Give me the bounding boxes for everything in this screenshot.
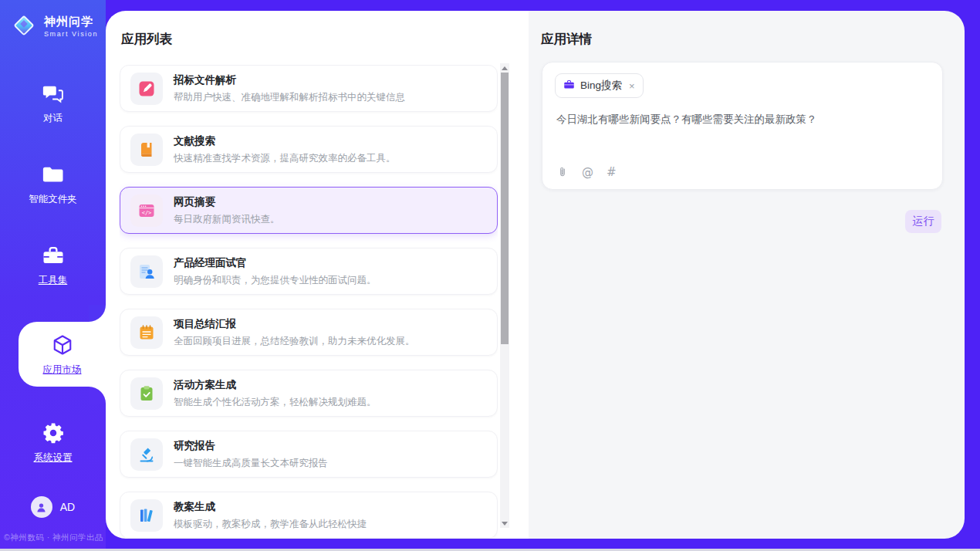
app-list-item-4[interactable]: 项目总结汇报 全面回顾项目进展，总结经验教训，助力未来优化发展。 — [120, 309, 498, 356]
brand-title: 神州问学 — [44, 15, 98, 29]
interviewer-icon — [130, 255, 163, 288]
copyright-text: ©神州数码 · 神州问学出品 — [4, 532, 103, 543]
books-icon — [130, 499, 163, 532]
app-list-item-3[interactable]: 产品经理面试官 明确身份和职责，为您提供专业性的面试问题。 — [120, 248, 498, 295]
app-item-description: 全面回顾项目进展，总结经验教训，助力未来优化发展。 — [174, 335, 415, 348]
user-avatar — [31, 496, 52, 518]
app-item-description: 帮助用户快速、准确地理解和解析招标书中的关键信息 — [174, 91, 405, 104]
app-list-item-7[interactable]: 教案生成 模板驱动，教案秒成，教学准备从此轻松快捷 — [120, 492, 498, 539]
app-item-name: 网页摘要 — [174, 195, 280, 209]
sidebar-nav: 对话 智能文件夹 工具集 应用市场 系统设置 — [0, 79, 106, 468]
active-tab-notch-bottom — [89, 387, 106, 404]
paperclip-icon[interactable] — [556, 166, 569, 178]
user-label: AD — [60, 501, 75, 513]
app-item-name: 教案生成 — [174, 500, 367, 514]
app-item-description: 智能生成个性化活动方案，轻松解决规划难题。 — [174, 396, 377, 409]
browser-code-icon: </> — [130, 194, 163, 227]
sidebar-item-chat[interactable]: 对话 — [0, 79, 106, 128]
app-logo: 神州问学 Smart Vision — [9, 11, 98, 43]
sidebar-item-toolset[interactable]: 工具集 — [0, 241, 106, 290]
prompt-card: Bing搜索 × 今日湖北有哪些新闻要点？有哪些需要关注的最新政策？ @# — [542, 62, 943, 190]
sidebar: 神州问学 Smart Vision 对话 智能文件夹 工具集 应用市场 系统设置… — [0, 0, 106, 549]
active-tab-notch-top — [89, 305, 106, 322]
note-icon — [130, 316, 163, 349]
gear-icon — [42, 421, 65, 445]
app-item-description: 模板驱动，教案秒成，教学准备从此轻松快捷 — [174, 518, 367, 531]
sidebar-item-app-market[interactable]: 应用市场 — [19, 322, 106, 387]
scrollbar-down-arrow-icon[interactable] — [500, 519, 509, 528]
app-item-name: 产品经理面试官 — [174, 256, 377, 270]
app-list-item-5[interactable]: 活动方案生成 智能生成个性化活动方案，轻松解决规划难题。 — [120, 370, 498, 417]
sidebar-item-system-settings[interactable]: 系统设置 — [0, 418, 106, 468]
app-item-description: 一键智能生成高质量长文本研究报告 — [174, 457, 328, 470]
prompt-input[interactable]: 今日湖北有哪些新闻要点？有哪些需要关注的最新政策？ — [556, 112, 928, 127]
toolbox-icon — [42, 244, 65, 267]
folder-icon — [42, 163, 65, 186]
app-item-name: 文献搜索 — [174, 134, 396, 148]
main-content: 应用列表 招标文件解析 帮助用户快速、准确地理解和解析招标书中的关键信息 文献搜… — [106, 11, 965, 539]
app-item-description: 明确身份和职责，为您提供专业性的面试问题。 — [174, 274, 377, 287]
composer-actions: @# — [556, 165, 617, 179]
clipboard-check-icon — [130, 377, 163, 410]
app-list-item-6[interactable]: 研究报告 一键智能生成高质量长文本研究报告 — [120, 431, 498, 478]
app-list-item-1[interactable]: 文献搜索 快速精准查找学术资源，提高研究效率的必备工具。 — [120, 126, 498, 173]
sidebar-item-smart-folders[interactable]: 智能文件夹 — [0, 160, 106, 209]
app-detail-panel: 应用详情 Bing搜索 × 今日湖北有哪些新闻要点？有哪些需要关注的最新政策？ … — [529, 11, 965, 539]
chat-icon — [42, 82, 65, 105]
app-item-name: 项目总结汇报 — [174, 317, 415, 331]
pen-square-icon — [130, 73, 163, 105]
microscope-icon — [130, 438, 163, 471]
app-list-item-0[interactable]: 招标文件解析 帮助用户快速、准确地理解和解析招标书中的关键信息 — [120, 65, 498, 112]
svg-text:</>: </> — [142, 209, 152, 215]
app-list-panel: 应用列表 招标文件解析 帮助用户快速、准确地理解和解析招标书中的关键信息 文献搜… — [106, 11, 529, 539]
scrollbar-track[interactable] — [500, 63, 509, 528]
user-account[interactable]: AD — [0, 496, 106, 518]
run-button[interactable]: 运行 — [905, 210, 941, 233]
sidebar-item-label: 对话 — [43, 112, 63, 125]
app-list-item-2[interactable]: </> 网页摘要 每日政府新闻资讯快查。 — [120, 187, 498, 234]
at-icon[interactable]: @ — [582, 165, 593, 179]
hash-icon[interactable]: # — [607, 165, 617, 179]
brand-diamond-icon — [9, 11, 39, 43]
scrollbar-up-arrow-icon[interactable] — [500, 63, 509, 73]
app-item-description: 快速精准查找学术资源，提高研究效率的必备工具。 — [174, 152, 396, 165]
app-list: 招标文件解析 帮助用户快速、准确地理解和解析招标书中的关键信息 文献搜索 快速精… — [120, 65, 498, 539]
cube-icon — [51, 333, 74, 357]
app-list-title: 应用列表 — [121, 31, 172, 48]
app-item-name: 活动方案生成 — [174, 378, 377, 392]
app-item-name: 研究报告 — [174, 439, 328, 453]
sidebar-item-label: 应用市场 — [43, 363, 82, 377]
app-item-name: 招标文件解析 — [174, 73, 405, 87]
app-detail-title: 应用详情 — [541, 31, 592, 48]
app-item-description: 每日政府新闻资讯快查。 — [174, 213, 280, 226]
tool-tag-label: Bing搜索 — [580, 79, 622, 93]
sidebar-item-label: 工具集 — [39, 274, 68, 287]
brand-subtitle: Smart Vision — [44, 31, 98, 39]
close-icon[interactable]: × — [629, 81, 635, 91]
scrollbar-thumb[interactable] — [501, 73, 509, 344]
sidebar-item-label: 系统设置 — [34, 451, 73, 465]
tool-tag-bing-search: Bing搜索 × — [555, 73, 644, 98]
book-icon — [130, 134, 163, 166]
briefcase-icon — [563, 79, 575, 93]
sidebar-item-label: 智能文件夹 — [29, 193, 77, 206]
